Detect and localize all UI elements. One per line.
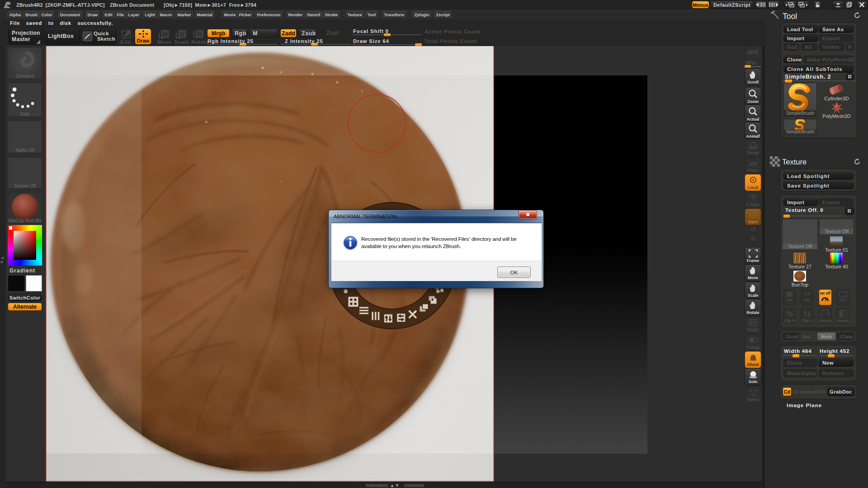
svg-text:M: M — [163, 31, 168, 38]
svg-text:AA: AA — [804, 291, 810, 296]
svg-text:S: S — [180, 31, 184, 38]
svg-text:R: R — [197, 31, 202, 38]
svg-text:on off: on off — [820, 291, 830, 296]
